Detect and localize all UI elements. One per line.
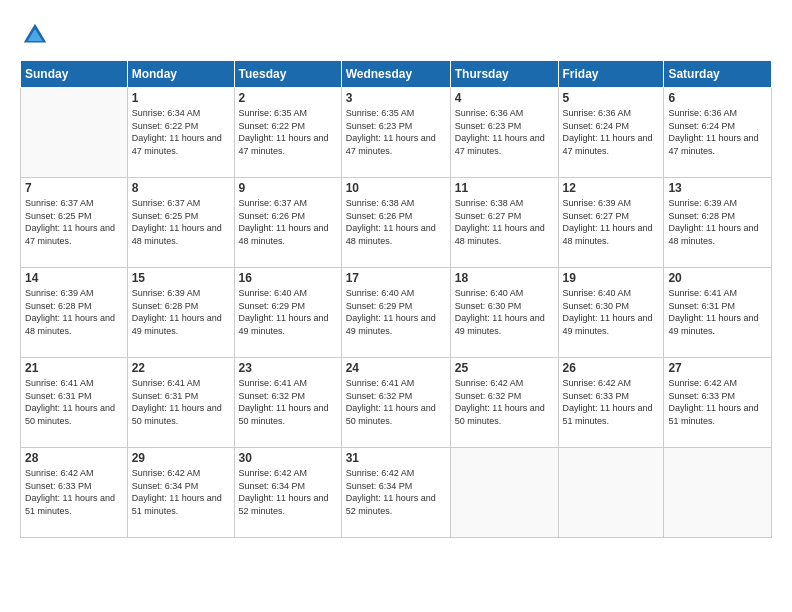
calendar-day-cell: 14Sunrise: 6:39 AMSunset: 6:28 PMDayligh… bbox=[21, 268, 128, 358]
day-info: Sunrise: 6:36 AMSunset: 6:24 PMDaylight:… bbox=[563, 107, 660, 157]
day-info: Sunrise: 6:37 AMSunset: 6:26 PMDaylight:… bbox=[239, 197, 337, 247]
day-info: Sunrise: 6:37 AMSunset: 6:25 PMDaylight:… bbox=[132, 197, 230, 247]
calendar-header-day: Tuesday bbox=[234, 61, 341, 88]
day-info: Sunrise: 6:42 AMSunset: 6:33 PMDaylight:… bbox=[25, 467, 123, 517]
calendar-day-cell: 3Sunrise: 6:35 AMSunset: 6:23 PMDaylight… bbox=[341, 88, 450, 178]
day-number: 31 bbox=[346, 451, 446, 465]
day-number: 7 bbox=[25, 181, 123, 195]
calendar-week-row: 14Sunrise: 6:39 AMSunset: 6:28 PMDayligh… bbox=[21, 268, 772, 358]
day-info: Sunrise: 6:40 AMSunset: 6:29 PMDaylight:… bbox=[346, 287, 446, 337]
calendar-day-cell: 31Sunrise: 6:42 AMSunset: 6:34 PMDayligh… bbox=[341, 448, 450, 538]
day-number: 14 bbox=[25, 271, 123, 285]
day-number: 22 bbox=[132, 361, 230, 375]
day-number: 1 bbox=[132, 91, 230, 105]
calendar-day-cell: 15Sunrise: 6:39 AMSunset: 6:28 PMDayligh… bbox=[127, 268, 234, 358]
calendar-week-row: 7Sunrise: 6:37 AMSunset: 6:25 PMDaylight… bbox=[21, 178, 772, 268]
calendar-day-cell bbox=[664, 448, 772, 538]
calendar-header-day: Monday bbox=[127, 61, 234, 88]
calendar-day-cell: 10Sunrise: 6:38 AMSunset: 6:26 PMDayligh… bbox=[341, 178, 450, 268]
calendar-week-row: 21Sunrise: 6:41 AMSunset: 6:31 PMDayligh… bbox=[21, 358, 772, 448]
calendar-day-cell: 26Sunrise: 6:42 AMSunset: 6:33 PMDayligh… bbox=[558, 358, 664, 448]
day-info: Sunrise: 6:41 AMSunset: 6:31 PMDaylight:… bbox=[25, 377, 123, 427]
day-number: 15 bbox=[132, 271, 230, 285]
day-info: Sunrise: 6:42 AMSunset: 6:34 PMDaylight:… bbox=[346, 467, 446, 517]
calendar-day-cell: 30Sunrise: 6:42 AMSunset: 6:34 PMDayligh… bbox=[234, 448, 341, 538]
day-info: Sunrise: 6:34 AMSunset: 6:22 PMDaylight:… bbox=[132, 107, 230, 157]
calendar-day-cell: 21Sunrise: 6:41 AMSunset: 6:31 PMDayligh… bbox=[21, 358, 128, 448]
day-info: Sunrise: 6:38 AMSunset: 6:26 PMDaylight:… bbox=[346, 197, 446, 247]
calendar-day-cell: 16Sunrise: 6:40 AMSunset: 6:29 PMDayligh… bbox=[234, 268, 341, 358]
calendar-day-cell: 25Sunrise: 6:42 AMSunset: 6:32 PMDayligh… bbox=[450, 358, 558, 448]
calendar-day-cell: 7Sunrise: 6:37 AMSunset: 6:25 PMDaylight… bbox=[21, 178, 128, 268]
calendar-day-cell: 1Sunrise: 6:34 AMSunset: 6:22 PMDaylight… bbox=[127, 88, 234, 178]
calendar-day-cell bbox=[558, 448, 664, 538]
day-info: Sunrise: 6:41 AMSunset: 6:31 PMDaylight:… bbox=[668, 287, 767, 337]
calendar-day-cell: 9Sunrise: 6:37 AMSunset: 6:26 PMDaylight… bbox=[234, 178, 341, 268]
calendar-day-cell: 20Sunrise: 6:41 AMSunset: 6:31 PMDayligh… bbox=[664, 268, 772, 358]
calendar-day-cell bbox=[21, 88, 128, 178]
day-number: 10 bbox=[346, 181, 446, 195]
calendar-header-day: Thursday bbox=[450, 61, 558, 88]
day-number: 12 bbox=[563, 181, 660, 195]
day-info: Sunrise: 6:36 AMSunset: 6:23 PMDaylight:… bbox=[455, 107, 554, 157]
day-info: Sunrise: 6:39 AMSunset: 6:28 PMDaylight:… bbox=[668, 197, 767, 247]
day-number: 29 bbox=[132, 451, 230, 465]
header bbox=[20, 20, 772, 50]
calendar-day-cell: 24Sunrise: 6:41 AMSunset: 6:32 PMDayligh… bbox=[341, 358, 450, 448]
day-info: Sunrise: 6:42 AMSunset: 6:34 PMDaylight:… bbox=[132, 467, 230, 517]
day-number: 11 bbox=[455, 181, 554, 195]
day-number: 28 bbox=[25, 451, 123, 465]
day-number: 19 bbox=[563, 271, 660, 285]
day-number: 27 bbox=[668, 361, 767, 375]
day-info: Sunrise: 6:40 AMSunset: 6:29 PMDaylight:… bbox=[239, 287, 337, 337]
day-info: Sunrise: 6:42 AMSunset: 6:33 PMDaylight:… bbox=[563, 377, 660, 427]
day-info: Sunrise: 6:39 AMSunset: 6:27 PMDaylight:… bbox=[563, 197, 660, 247]
day-info: Sunrise: 6:35 AMSunset: 6:23 PMDaylight:… bbox=[346, 107, 446, 157]
day-info: Sunrise: 6:39 AMSunset: 6:28 PMDaylight:… bbox=[25, 287, 123, 337]
day-number: 3 bbox=[346, 91, 446, 105]
day-number: 2 bbox=[239, 91, 337, 105]
calendar-week-row: 28Sunrise: 6:42 AMSunset: 6:33 PMDayligh… bbox=[21, 448, 772, 538]
day-info: Sunrise: 6:38 AMSunset: 6:27 PMDaylight:… bbox=[455, 197, 554, 247]
calendar-header-day: Friday bbox=[558, 61, 664, 88]
logo bbox=[20, 20, 54, 50]
calendar-day-cell: 22Sunrise: 6:41 AMSunset: 6:31 PMDayligh… bbox=[127, 358, 234, 448]
day-number: 23 bbox=[239, 361, 337, 375]
day-info: Sunrise: 6:40 AMSunset: 6:30 PMDaylight:… bbox=[455, 287, 554, 337]
day-number: 5 bbox=[563, 91, 660, 105]
day-number: 16 bbox=[239, 271, 337, 285]
day-number: 8 bbox=[132, 181, 230, 195]
day-info: Sunrise: 6:41 AMSunset: 6:31 PMDaylight:… bbox=[132, 377, 230, 427]
calendar-day-cell: 12Sunrise: 6:39 AMSunset: 6:27 PMDayligh… bbox=[558, 178, 664, 268]
calendar-day-cell: 17Sunrise: 6:40 AMSunset: 6:29 PMDayligh… bbox=[341, 268, 450, 358]
calendar-day-cell: 8Sunrise: 6:37 AMSunset: 6:25 PMDaylight… bbox=[127, 178, 234, 268]
calendar-day-cell: 29Sunrise: 6:42 AMSunset: 6:34 PMDayligh… bbox=[127, 448, 234, 538]
day-number: 24 bbox=[346, 361, 446, 375]
calendar-header-day: Wednesday bbox=[341, 61, 450, 88]
calendar-day-cell bbox=[450, 448, 558, 538]
calendar-day-cell: 27Sunrise: 6:42 AMSunset: 6:33 PMDayligh… bbox=[664, 358, 772, 448]
logo-icon bbox=[20, 20, 50, 50]
calendar-day-cell: 18Sunrise: 6:40 AMSunset: 6:30 PMDayligh… bbox=[450, 268, 558, 358]
calendar-day-cell: 6Sunrise: 6:36 AMSunset: 6:24 PMDaylight… bbox=[664, 88, 772, 178]
day-info: Sunrise: 6:36 AMSunset: 6:24 PMDaylight:… bbox=[668, 107, 767, 157]
day-number: 6 bbox=[668, 91, 767, 105]
calendar-table: SundayMondayTuesdayWednesdayThursdayFrid… bbox=[20, 60, 772, 538]
day-number: 13 bbox=[668, 181, 767, 195]
day-info: Sunrise: 6:37 AMSunset: 6:25 PMDaylight:… bbox=[25, 197, 123, 247]
day-info: Sunrise: 6:42 AMSunset: 6:34 PMDaylight:… bbox=[239, 467, 337, 517]
page: SundayMondayTuesdayWednesdayThursdayFrid… bbox=[0, 0, 792, 612]
day-info: Sunrise: 6:35 AMSunset: 6:22 PMDaylight:… bbox=[239, 107, 337, 157]
calendar-header-day: Saturday bbox=[664, 61, 772, 88]
day-number: 30 bbox=[239, 451, 337, 465]
day-number: 9 bbox=[239, 181, 337, 195]
day-number: 4 bbox=[455, 91, 554, 105]
calendar-day-cell: 13Sunrise: 6:39 AMSunset: 6:28 PMDayligh… bbox=[664, 178, 772, 268]
calendar-day-cell: 5Sunrise: 6:36 AMSunset: 6:24 PMDaylight… bbox=[558, 88, 664, 178]
calendar-day-cell: 2Sunrise: 6:35 AMSunset: 6:22 PMDaylight… bbox=[234, 88, 341, 178]
day-number: 18 bbox=[455, 271, 554, 285]
calendar-day-cell: 28Sunrise: 6:42 AMSunset: 6:33 PMDayligh… bbox=[21, 448, 128, 538]
day-info: Sunrise: 6:41 AMSunset: 6:32 PMDaylight:… bbox=[239, 377, 337, 427]
day-info: Sunrise: 6:41 AMSunset: 6:32 PMDaylight:… bbox=[346, 377, 446, 427]
day-info: Sunrise: 6:42 AMSunset: 6:33 PMDaylight:… bbox=[668, 377, 767, 427]
